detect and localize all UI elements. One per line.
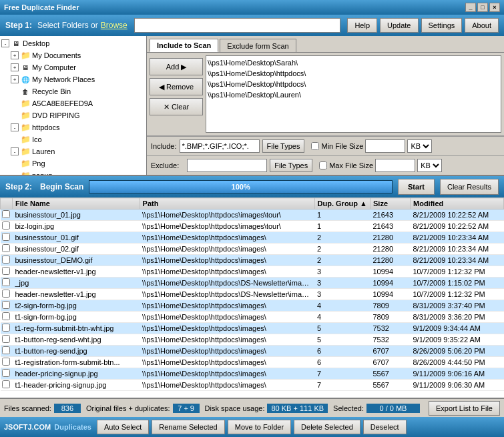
include-tab[interactable]: Include to Scan [150,39,218,52]
help-button[interactable]: Help [347,18,377,33]
row-checkbox[interactable] [2,301,10,309]
remove-button[interactable]: ◀ Remove [150,78,203,95]
row-checkbox[interactable] [2,369,10,377]
tree-item-recycle[interactable]: 🗑 Recycle Bin [11,85,145,97]
paths-list: \\ps1\Home\Desktop\Sarah\ \\ps1\Home\Des… [206,55,501,133]
max-size-unit[interactable]: KB [417,159,442,172]
row-checkbox[interactable] [2,380,10,388]
tree-label-dvd: DVD RIPPING [32,111,80,119]
export-button[interactable]: Export List to File [429,401,500,416]
row-checkbox[interactable] [2,312,10,320]
row-checkbox[interactable] [2,222,10,230]
min-size-checkbox[interactable] [311,142,319,150]
expand-desktop[interactable]: - [1,39,9,47]
max-size-checkbox[interactable] [319,161,327,169]
min-size-unit[interactable]: KB [407,139,432,153]
tree-item-dvd[interactable]: 📁 DVD RIPPING [11,109,145,121]
clear-results-button[interactable]: Clear Results [440,179,499,195]
network-icon: 🌐 [20,74,31,85]
tree-item-popup[interactable]: 📁 popup [11,169,145,175]
maximize-button[interactable]: □ [477,3,488,12]
tree-item-a5ca[interactable]: 📁 A5CA8E8EFED9A [11,97,145,109]
col-checkbox[interactable] [1,198,13,209]
row-path: \\ps1\Home\Desktop\httpdocs\images\ [140,346,314,357]
table-row: businesstour_01.gif \\ps1\Home\Desktop\h… [1,232,504,244]
include-input[interactable] [180,139,260,153]
expand-lauren[interactable]: - [11,147,19,155]
expand-mycomputer[interactable]: + [11,63,19,71]
col-dupgroup[interactable]: Dup. Group ▲ [314,198,370,209]
tree-item-ico[interactable]: 📁 Ico [11,133,145,145]
row-size: 21280 [370,232,411,244]
exclude-input[interactable] [187,159,267,172]
tree-item-mycomputer[interactable]: + 🖥 My Computer [11,61,145,73]
step2-bar: Step 2: Begin Scan 100% Start Clear Resu… [0,176,504,197]
rename-selected-button[interactable]: Rename Selected [152,420,224,434]
desktop-icon: 🖥 [11,38,21,49]
update-button[interactable]: Update [380,18,418,33]
row-path: \\ps1\Home\Desktop\httpdocs\images\ [140,244,314,255]
disk-label: Disk space usage: [205,404,265,412]
row-checkbox[interactable] [2,267,10,275]
tree-item-png[interactable]: 📁 Png [11,157,145,169]
results-table: File Name Path Dup. Group ▲ Size Modifie… [0,197,504,391]
max-size-label: Max File Size [329,161,373,169]
settings-button[interactable]: Settings [421,18,463,33]
file-types-button-exclude[interactable]: File Types [270,159,312,172]
col-filename[interactable]: File Name [13,198,140,209]
origdup-label: Original files + duplicates: [86,404,170,412]
row-size: 5567 [370,368,411,380]
about-button[interactable]: About [465,18,499,33]
exclude-tab[interactable]: Exclude form Scan [220,39,296,52]
expand-httpdocs[interactable]: - [11,123,19,131]
row-checkbox[interactable] [2,256,10,264]
tree-item-mydocs[interactable]: + 📁 My Documents [11,49,145,61]
delete-selected-button[interactable]: Delete Selected [294,420,360,434]
row-modified: 9/11/2009 9:06:30 AM [411,380,504,391]
row-size: 21643 [370,221,411,232]
row-checkbox[interactable] [2,346,10,354]
deselect-button[interactable]: Deselect [363,420,407,434]
clear-button[interactable]: ✕ Clear [150,98,203,115]
path-item: \\ps1\Home\Desktop\Sarah\ [208,57,499,68]
expand-mydocs[interactable]: + [11,51,19,59]
search-input[interactable] [134,18,341,33]
auto-select-button[interactable]: Auto Select [97,420,149,434]
tree-item-lauren[interactable]: - 📁 Lauren [11,145,145,157]
col-path[interactable]: Path [140,198,314,209]
file-types-button-include[interactable]: File Types [262,139,305,153]
tree-item-httpdocs[interactable]: - 📁 httpdocs [11,121,145,133]
row-checkbox[interactable] [2,335,10,343]
tree-item-desktop[interactable]: - 🖥 Desktop [1,37,145,49]
row-checkbox[interactable] [2,290,10,298]
expand-network[interactable]: + [11,75,19,83]
col-size[interactable]: Size [370,198,411,209]
row-group: 4 [314,300,370,312]
selected-label: Selected: [333,404,364,412]
row-size: 21280 [370,255,411,266]
tree-label-recycle: Recycle Bin [32,87,71,95]
row-group: 4 [314,312,370,323]
row-checkbox[interactable] [2,278,10,286]
row-checkbox[interactable] [2,244,10,252]
max-size-input[interactable] [375,159,415,172]
row-checkbox[interactable] [2,210,10,218]
move-to-folder-button[interactable]: Move to Folder [228,420,291,434]
row-checkbox-cell [1,232,13,244]
add-button[interactable]: Add ▶ [150,58,203,75]
row-checkbox[interactable] [2,358,10,366]
folder-icon-dvd: 📁 [20,110,31,121]
min-size-input[interactable] [365,139,405,153]
row-checkbox[interactable] [2,324,10,332]
minimize-button[interactable]: _ [465,3,476,12]
col-modified[interactable]: Modified [411,198,504,209]
row-checkbox[interactable] [2,233,10,241]
close-button[interactable]: × [489,3,500,12]
browse-link[interactable]: Browse [101,21,128,30]
start-button[interactable]: Start [398,179,435,195]
tree-item-network[interactable]: + 🌐 My Network Places [11,73,145,85]
row-size: 10994 [370,278,411,289]
row-filename: businesstour_DEMO.gif [13,255,140,266]
folder-icon-httpdocs: 📁 [20,122,31,133]
folder-icon-ico: 📁 [20,134,31,145]
